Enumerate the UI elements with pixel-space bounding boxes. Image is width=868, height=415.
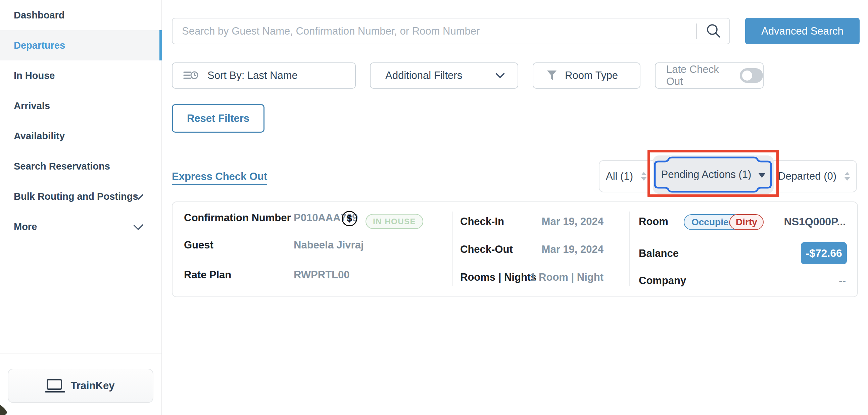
card-column-divider: [453, 211, 453, 286]
sort-by-dropdown[interactable]: Sort By: Last Name: [172, 62, 356, 89]
guest-label: Guest: [184, 239, 214, 251]
sidebar-item-label: In House: [14, 70, 55, 81]
sidebar-item-in-house[interactable]: In House: [0, 60, 161, 91]
dirty-badge-label: Dirty: [736, 217, 757, 228]
occupied-badge-label: Occupied: [691, 217, 735, 228]
room-type-label: Room Type: [565, 69, 618, 82]
sidebar-item-availability[interactable]: Availability: [0, 121, 161, 151]
express-check-out-link[interactable]: Express Check Out: [172, 171, 267, 185]
sidebar-item-label: Departures: [14, 40, 65, 51]
sidebar: Dashboard Departures In House Arrivals A…: [0, 0, 162, 415]
search-divider: [696, 24, 696, 39]
late-check-out-toggle[interactable]: [740, 68, 763, 83]
room-type-filter[interactable]: Room Type: [533, 62, 641, 89]
room-label: Room: [639, 215, 668, 228]
check-in-date: Mar 19, 2024: [497, 215, 603, 228]
in-house-status-badge: IN HOUSE: [366, 214, 423, 229]
sort-by-label: Sort By: Last Name: [208, 69, 298, 82]
sidebar-item-label: Search Reservations: [14, 161, 110, 172]
room-number: NS1Q000P...: [772, 215, 846, 228]
additional-filters-dropdown[interactable]: Additional Filters: [370, 62, 518, 89]
toggle-knob: [742, 70, 752, 81]
sidebar-item-bulk-routing[interactable]: Bulk Routing and Postings: [0, 181, 161, 211]
sidebar-item-label: Arrivals: [14, 100, 50, 112]
card-column-divider: [629, 211, 630, 286]
tab-pending-actions[interactable]: Pending Actions (1): [653, 155, 774, 194]
tab-departed[interactable]: Departed (0): [778, 160, 850, 192]
guest-name: Nabeela Jivraj: [294, 239, 364, 251]
rate-plan-label: Rate Plan: [184, 269, 231, 281]
highlight-frame: [653, 155, 774, 194]
dollar-glyph: $: [347, 213, 352, 224]
trainkey-button[interactable]: TrainKey: [8, 369, 153, 403]
sidebar-item-dashboard[interactable]: Dashboard: [0, 0, 161, 30]
sidebar-item-more[interactable]: More: [0, 211, 161, 242]
sidebar-item-departures[interactable]: Departures: [0, 30, 161, 60]
funnel-icon: [546, 70, 558, 81]
trainkey-label: TrainKey: [71, 380, 115, 392]
chevron-down-icon: [133, 220, 143, 230]
company-value: --: [812, 275, 846, 287]
additional-filters-label: Additional Filters: [385, 69, 462, 82]
advanced-search-button[interactable]: Advanced Search: [745, 18, 860, 44]
sidebar-item-label: Dashboard: [14, 10, 64, 21]
check-out-date: Mar 19, 2024: [497, 243, 603, 256]
chevron-down-icon: [495, 69, 505, 78]
sidebar-item-label: Availability: [14, 130, 65, 142]
sidebar-item-search-reservations[interactable]: Search Reservations: [0, 151, 161, 181]
balance-label: Balance: [639, 247, 679, 260]
tab-departed-label: Departed (0): [778, 170, 836, 182]
in-house-badge-label: IN HOUSE: [373, 217, 416, 226]
sidebar-item-arrivals[interactable]: Arrivals: [0, 91, 161, 121]
balance-amount-chip[interactable]: -$72.66: [801, 242, 847, 264]
laptop-icon: [46, 379, 62, 390]
late-check-out-label: Late Check Out: [666, 63, 732, 88]
rate-plan-value: RWPRTL00: [294, 269, 350, 281]
balance-amount: -$72.66: [806, 247, 842, 260]
sidebar-item-label: More: [14, 221, 37, 232]
reset-filters-button[interactable]: Reset Filters: [172, 104, 265, 132]
late-check-out-filter: Late Check Out: [655, 62, 764, 89]
sort-arrows-icon[interactable]: [844, 172, 850, 181]
payment-dollar-icon: $: [342, 211, 357, 226]
confirmation-number-label: Confirmation Number: [184, 212, 291, 224]
rooms-nights-value: 1 Room | Night: [497, 271, 603, 284]
sort-recent-icon: [183, 70, 199, 81]
tab-all-label: All (1): [606, 170, 633, 182]
cursor-artifact: [0, 403, 13, 415]
search-input[interactable]: [172, 18, 730, 44]
sidebar-item-label: Bulk Routing and Postings: [14, 191, 138, 202]
room-dirty-badge: Dirty: [730, 214, 764, 230]
search-icon[interactable]: [705, 22, 722, 40]
sort-arrows-icon[interactable]: [641, 172, 647, 181]
tab-all[interactable]: All (1): [606, 160, 647, 192]
sidebar-footer-divider: [0, 354, 162, 354]
company-label: Company: [639, 275, 686, 287]
